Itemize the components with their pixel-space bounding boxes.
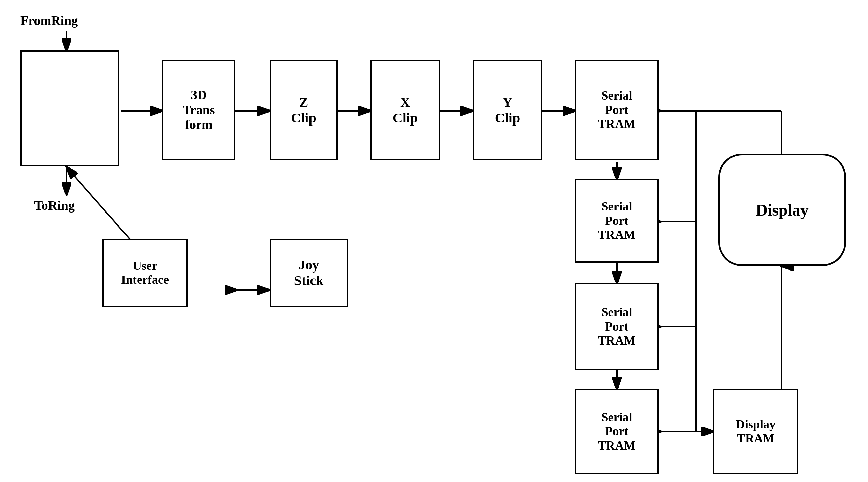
display-box: Display: [718, 154, 846, 266]
user-interface-box: UserInterface: [102, 239, 188, 307]
from-ring-label: FromRing: [20, 13, 78, 28]
y-clip-box: YClip: [473, 60, 542, 160]
x-clip-box: XClip: [370, 60, 440, 160]
diagram: FromRing ToRing 3DTransform ZClip XClip …: [0, 0, 868, 482]
serial-port-tram-1: SerialPortTRAM: [575, 60, 659, 160]
display-tram-box: DisplayTRAM: [713, 389, 798, 474]
serial-port-tram-3: SerialPortTRAM: [575, 283, 659, 370]
transform-3d-box: 3DTransform: [162, 60, 235, 160]
serial-port-tram-4: SerialPortTRAM: [575, 389, 659, 474]
z-clip-box: ZClip: [270, 60, 338, 160]
input-box: [20, 50, 119, 166]
joy-stick-box: JoyStick: [270, 239, 348, 307]
to-ring-label: ToRing: [34, 198, 75, 213]
serial-port-tram-2: SerialPortTRAM: [575, 179, 659, 263]
